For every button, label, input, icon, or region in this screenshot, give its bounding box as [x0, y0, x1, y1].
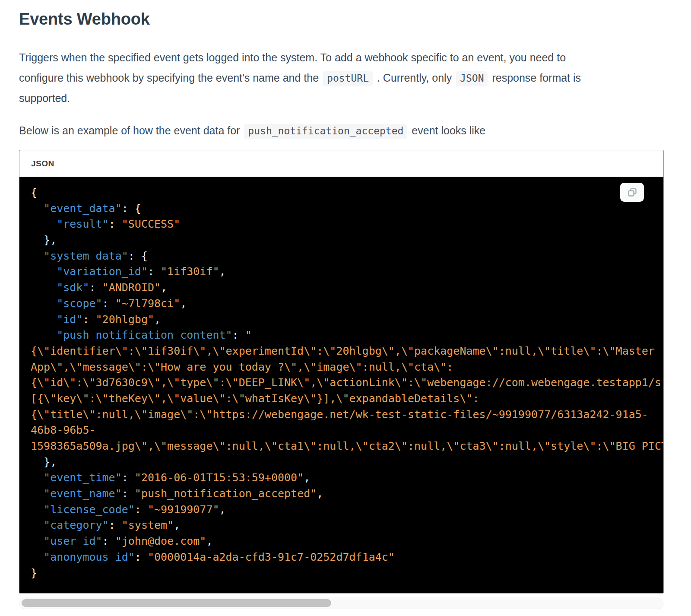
code-token: "system" — [122, 519, 174, 531]
code-token: : — [82, 313, 95, 326]
code-token — [31, 265, 57, 278]
copy-button[interactable] — [620, 183, 644, 202]
code-token: , — [219, 503, 226, 516]
code-token: "event_data" — [44, 202, 122, 215]
code-token: "license_code" — [44, 503, 135, 516]
code-token: "~99199077" — [148, 503, 219, 516]
code-token — [31, 329, 57, 341]
code-token: "system_data" — [44, 250, 128, 262]
code-token — [31, 250, 44, 262]
code-token: : { — [122, 202, 141, 215]
h-scrollbar[interactable] — [19, 597, 664, 609]
code-token: [{\"key\":\"theKey\",\"value\":\"whatIsK… — [31, 392, 479, 405]
code-token: "20hlgbg" — [96, 313, 154, 326]
code-line: }, — [31, 232, 663, 248]
inline-code: postURL — [323, 71, 373, 86]
code-token: "0000014a-a2da-cfd3-91c7-0252d7df1a4c" — [148, 551, 395, 563]
paragraph-line: supported. — [19, 88, 664, 108]
code-token: "user_id" — [44, 535, 102, 547]
h-scrollbar-thumb[interactable] — [22, 599, 331, 607]
code-token: {\"identifier\":\"1if30if\",\"experiment… — [31, 345, 655, 357]
code-token: "scope" — [57, 297, 102, 310]
code-token: "1if30if" — [161, 265, 219, 278]
code-block: JSON { "event_data": { "result": "SUCCES… — [19, 150, 664, 594]
code-token: 1598365a509a.jpg\",\"message\":null,\"ct… — [31, 440, 663, 452]
paragraph: Below is an example of how the event dat… — [19, 121, 664, 141]
code-token: , — [206, 535, 212, 547]
code-token: "event_time" — [44, 471, 122, 484]
code-line: "sdk": "ANDROID", — [31, 280, 663, 296]
code-token: { — [31, 186, 37, 199]
paragraph-line: configure this webhook by specifying the… — [19, 68, 664, 88]
code-token: : — [148, 265, 161, 278]
code-token — [31, 281, 57, 294]
code-token: : — [135, 503, 148, 516]
code-token: "id" — [57, 313, 82, 326]
text-run: supported. — [19, 92, 70, 104]
code-token: "push_notification_accepted" — [135, 487, 317, 500]
code-line: "result": "SUCCESS" — [31, 216, 663, 232]
code-line: "push_notification_content": " — [31, 327, 663, 343]
paragraph-line: Below is an example of how the event dat… — [19, 121, 664, 141]
code-block-header: JSON — [19, 150, 663, 177]
code-token: , — [219, 265, 226, 278]
text-run: . Currently, only — [374, 72, 455, 84]
code-token: "variation_id" — [57, 265, 148, 278]
code-token: "sdk" — [57, 281, 89, 294]
code-token: "push_notification_content" — [57, 329, 232, 341]
code-token: : — [109, 218, 122, 230]
code-line: "id": "20hlgbg", — [31, 312, 663, 328]
code-token: " — [245, 329, 252, 341]
code-line: {\"identifier\":\"1if30if\",\"experiment… — [31, 343, 663, 359]
code-line: "scope": "~7l798ci", — [31, 296, 663, 312]
code-token: "2016-06-01T15:53:59+0000" — [135, 471, 304, 484]
code-token: , — [317, 487, 323, 500]
code-token: : — [122, 471, 135, 484]
code-token: "john@doe.com" — [115, 535, 206, 547]
code-token: : { — [128, 250, 148, 262]
code-token: {\"title\":null,\"image\":\"https://webe… — [31, 408, 648, 421]
code-token: , — [180, 297, 187, 310]
code-line: "system_data": { — [31, 248, 663, 264]
code-line: "event_data": { — [31, 201, 663, 217]
code-area: { "event_data": { "result": "SUCCESS" },… — [19, 177, 663, 593]
code-token — [31, 503, 44, 516]
inline-code: push_notification_accepted — [244, 124, 407, 139]
code-token: "anonymous_id" — [44, 551, 135, 563]
text-run: event looks like — [409, 124, 485, 137]
paragraphs: Triggers when the specified event gets l… — [19, 48, 664, 141]
code-token: "result" — [57, 218, 108, 230]
code-token: : — [102, 535, 115, 547]
code-token — [31, 297, 57, 310]
text-run: Below is an example of how the event dat… — [19, 124, 243, 137]
code-token — [31, 202, 44, 215]
code-line: 46b8-96b5- — [31, 422, 663, 438]
inline-code: JSON — [456, 71, 488, 86]
code-token: , — [174, 519, 180, 531]
code-token: , — [154, 313, 161, 326]
code-token: "~7l798ci" — [115, 297, 181, 310]
code-token: }, — [31, 234, 57, 246]
code-token — [31, 487, 44, 500]
code-token: : — [122, 487, 135, 500]
code-line: "user_id": "john@doe.com", — [31, 533, 663, 549]
code-token: : — [102, 297, 115, 310]
code-token: : — [135, 551, 148, 563]
code-line: 1598365a509a.jpg\",\"message\":null,\"ct… — [31, 438, 663, 454]
text-run: Triggers when the specified event gets l… — [19, 51, 566, 64]
code-token: "ANDROID" — [102, 281, 161, 294]
code-token: : — [109, 519, 122, 531]
copy-icon — [627, 187, 637, 197]
code-line: "anonymous_id": "0000014a-a2da-cfd3-91c7… — [31, 549, 663, 565]
code-token — [31, 535, 44, 547]
code-line: {\"title\":null,\"image\":\"https://webe… — [31, 407, 663, 423]
paragraph-line: Triggers when the specified event gets l… — [19, 48, 664, 68]
code-token: 46b8-96b5- — [31, 424, 96, 436]
code-token — [31, 551, 44, 563]
code-token: : — [89, 281, 102, 294]
code-line: "license_code": "~99199077", — [31, 502, 663, 518]
code-token — [31, 471, 44, 484]
code-token: } — [31, 567, 37, 579]
code-line: "event_name": "push_notification_accepte… — [31, 486, 663, 502]
code-token — [31, 218, 57, 230]
